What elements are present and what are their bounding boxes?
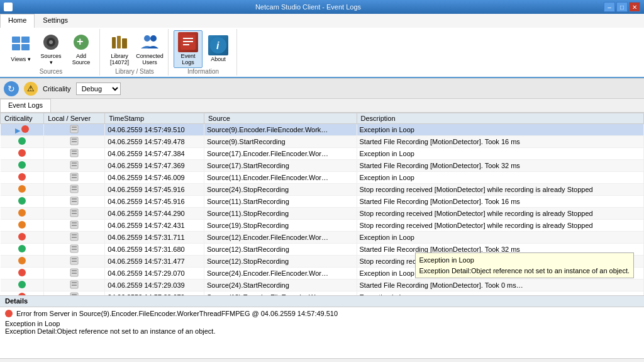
criticality-dot bbox=[18, 161, 26, 169]
criticality-dot bbox=[18, 269, 26, 276]
row-indicator: ▶ bbox=[15, 127, 20, 134]
description-cell: Stop recording received [MotionDetector]… bbox=[357, 220, 643, 232]
connectedusers-icon bbox=[140, 32, 160, 52]
server-icon bbox=[70, 199, 79, 206]
window-controls[interactable]: – □ ✕ bbox=[604, 2, 640, 12]
svg-rect-60 bbox=[72, 282, 77, 283]
about-button[interactable]: i About bbox=[204, 30, 233, 68]
table-row[interactable]: 04.06.2559 14:57:45.916Source(24).StopRe… bbox=[1, 184, 644, 196]
timestamp-cell: 04.06.2559 14:57:31.477 bbox=[105, 256, 204, 268]
sources-button[interactable]: Sources ▾ bbox=[36, 30, 65, 68]
table-container[interactable]: Criticality Local / Server TimeStamp Sou… bbox=[0, 113, 644, 295]
tab-strip: Event Logs bbox=[0, 99, 644, 113]
warning-icon: ⚠ bbox=[24, 82, 38, 96]
table-row[interactable]: 04.06.2559 14:57:49.478Source(9).StartRe… bbox=[1, 136, 644, 148]
col-source: Source bbox=[204, 113, 357, 124]
table-row[interactable]: 04.06.2559 14:57:29.039Source(24).StartR… bbox=[1, 280, 644, 291]
views-button[interactable]: Views ▾ bbox=[6, 30, 35, 68]
svg-rect-63 bbox=[72, 294, 77, 295]
table-row[interactable]: 04.06.2559 14:57:28.679Source(13).Encode… bbox=[1, 291, 644, 296]
library-label: Library[14072] bbox=[110, 54, 129, 66]
refresh-button[interactable]: ↻ bbox=[4, 81, 19, 96]
svg-rect-57 bbox=[72, 270, 77, 271]
svg-rect-2 bbox=[12, 44, 20, 50]
svg-rect-31 bbox=[72, 165, 77, 166]
source-cell: Source(11).Encoder.FileEncoder.Wor… bbox=[204, 172, 357, 184]
col-description: Description bbox=[357, 113, 643, 124]
svg-rect-43 bbox=[72, 213, 77, 214]
svg-rect-37 bbox=[72, 189, 77, 190]
source-cell: Source(12).StartRecording bbox=[204, 244, 357, 256]
ribbon-content: Views ▾ Sources ▾ + Add Source Sources bbox=[0, 28, 644, 78]
library-button[interactable]: Library[14072] bbox=[105, 30, 134, 68]
eventlogs-label: EventLogs bbox=[180, 54, 195, 66]
table-row[interactable]: 04.06.2559 14:57:47.384Source(17).Encode… bbox=[1, 148, 644, 160]
timestamp-cell: 04.06.2559 14:57:49.510 bbox=[105, 124, 204, 136]
description-cell: Started File Recording [MotionDetector].… bbox=[357, 280, 643, 291]
tab-settings[interactable]: Settings bbox=[35, 14, 76, 28]
app-icon bbox=[4, 3, 13, 11]
timestamp-cell: 04.06.2559 14:57:42.431 bbox=[105, 220, 204, 232]
server-icon bbox=[70, 163, 79, 171]
table-row[interactable]: 04.06.2559 14:57:42.431Source(19).StopRe… bbox=[1, 220, 644, 232]
description-cell: Started File Recording [MotionDetector].… bbox=[357, 196, 643, 208]
svg-rect-11 bbox=[122, 38, 127, 48]
timestamp-cell: 04.06.2559 14:57:31.711 bbox=[105, 232, 204, 244]
close-button[interactable]: ✕ bbox=[629, 2, 640, 12]
svg-rect-49 bbox=[72, 237, 77, 238]
minimize-button[interactable]: – bbox=[604, 2, 615, 12]
svg-rect-55 bbox=[72, 261, 77, 262]
table-row[interactable]: 04.06.2559 14:57:45.916Source(11).StartR… bbox=[1, 196, 644, 208]
svg-rect-30 bbox=[72, 162, 77, 164]
error-dot bbox=[5, 310, 13, 317]
views-label: Views ▾ bbox=[11, 57, 30, 63]
table-row[interactable]: 04.06.2559 14:57:47.369Source(17).StartR… bbox=[1, 160, 644, 172]
svg-rect-21 bbox=[72, 127, 77, 128]
criticality-select[interactable]: Debug Info Warning Error bbox=[76, 82, 121, 95]
svg-rect-54 bbox=[72, 258, 77, 259]
timestamp-cell: 04.06.2559 14:57:45.916 bbox=[105, 184, 204, 196]
criticality-dot bbox=[18, 185, 26, 193]
table-row[interactable]: 04.06.2559 14:57:31.711Source(12).Encode… bbox=[1, 232, 644, 244]
criticality-dot bbox=[18, 245, 26, 252]
description-cell: Exception in Loop bbox=[357, 232, 643, 244]
ribbon-sources-items: Views ▾ Sources ▾ + Add Source bbox=[6, 30, 96, 68]
addsource-button[interactable]: + Add Source bbox=[67, 30, 96, 68]
table-row[interactable]: ▶04.06.2559 14:57:49.510Source(9).Encode… bbox=[1, 124, 644, 136]
sources-label: Sources ▾ bbox=[38, 54, 64, 66]
svg-text:i: i bbox=[216, 40, 219, 51]
information-group-label: Information bbox=[187, 68, 219, 76]
details-error-line: Error from Server in Source(9).Encoder.F… bbox=[5, 310, 639, 317]
svg-rect-48 bbox=[72, 234, 77, 235]
sources-icon bbox=[41, 32, 61, 52]
ribbon-group-information: EventLogs i About Information bbox=[170, 29, 237, 76]
timestamp-cell: 04.06.2559 14:57:49.478 bbox=[105, 136, 204, 148]
maximize-button[interactable]: □ bbox=[616, 2, 628, 12]
tab-home[interactable]: Home bbox=[0, 14, 35, 28]
server-icon bbox=[70, 235, 79, 242]
svg-rect-28 bbox=[72, 153, 77, 154]
svg-point-12 bbox=[144, 35, 150, 42]
connectedusers-button[interactable]: ConnectedUsers bbox=[135, 30, 164, 68]
svg-rect-51 bbox=[72, 246, 77, 247]
ribbon-group-library: Library[14072] ConnectedUsers Library / … bbox=[101, 29, 169, 76]
addsource-icon: + bbox=[71, 32, 91, 52]
details-header: Details bbox=[0, 296, 644, 307]
main-content: Criticality Local / Server TimeStamp Sou… bbox=[0, 113, 644, 295]
description-cell: Exception in Loop bbox=[357, 291, 643, 296]
svg-rect-58 bbox=[72, 273, 77, 274]
window-title: Netcam Studio Client - Event Logs bbox=[13, 3, 604, 11]
svg-rect-24 bbox=[72, 139, 77, 140]
ribbon-tabs: Home Settings bbox=[0, 14, 644, 28]
criticality-dot bbox=[18, 173, 26, 181]
eventlogs-button[interactable]: EventLogs bbox=[174, 30, 203, 68]
source-cell: Source(17).Encoder.FileEncoder.Wor… bbox=[204, 148, 357, 160]
svg-rect-10 bbox=[117, 36, 121, 48]
svg-rect-45 bbox=[72, 222, 77, 223]
tab-eventlogs[interactable]: Event Logs bbox=[0, 99, 51, 112]
table-row[interactable]: 04.06.2559 14:57:46.009Source(11).Encode… bbox=[1, 172, 644, 184]
table-row[interactable]: 04.06.2559 14:57:44.290Source(11).StopRe… bbox=[1, 208, 644, 220]
addsource-label: Add Source bbox=[69, 54, 94, 66]
svg-rect-1 bbox=[21, 37, 30, 43]
details-error-text: Error from Server in Source(9).Encoder.F… bbox=[16, 310, 338, 317]
